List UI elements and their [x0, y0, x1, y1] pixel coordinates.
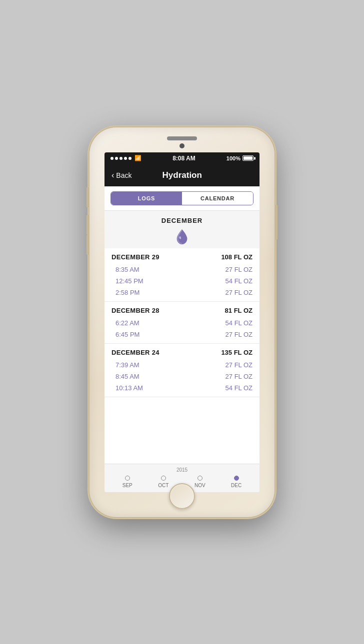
log-time: 6:45 PM	[116, 331, 140, 338]
log-time: 8:35 AM	[116, 266, 140, 273]
timeline-month-sep[interactable]: SEP	[122, 476, 132, 488]
home-button[interactable]	[169, 483, 195, 509]
wifi-icon: 📶	[134, 155, 142, 161]
phone-screen: 📶 8:08 AM 100% ‹ Back Hydration LOGS CAL…	[104, 152, 260, 492]
timeline-month-nov[interactable]: NOV	[194, 476, 206, 488]
log-day-header: DECEMBER 28 81 FL OZ	[104, 302, 260, 317]
log-entry[interactable]: 6:45 PM 27 FL OZ	[104, 329, 260, 343]
battery-area: 100%	[226, 155, 254, 161]
log-amount: 54 FL OZ	[226, 277, 252, 285]
timeline-year: 2015	[110, 467, 254, 473]
segmented-control-container: LOGS CALENDAR	[110, 191, 254, 205]
phone-top-area	[90, 136, 274, 148]
log-time: 12:45 PM	[116, 277, 144, 285]
timeline-dot-dec	[234, 476, 239, 481]
timeline-month-label: NOV	[194, 483, 206, 488]
log-day-total: 135 FL OZ	[221, 349, 252, 356]
phone-camera	[180, 143, 184, 148]
log-entry[interactable]: 8:45 AM 27 FL OZ	[104, 371, 260, 382]
log-amount: 27 FL OZ	[226, 331, 252, 338]
log-amount: 27 FL OZ	[226, 266, 252, 273]
timeline-dot-oct	[161, 476, 166, 481]
log-entry[interactable]: 12:45 PM 54 FL OZ	[104, 275, 260, 287]
tab-logs[interactable]: LOGS	[111, 192, 182, 205]
log-entry[interactable]: 7:39 AM 27 FL OZ	[104, 359, 260, 371]
log-day-section: DECEMBER 28 81 FL OZ 6:22 AM 54 FL OZ 6:…	[104, 302, 260, 344]
log-entry[interactable]: 2:58 PM 27 FL OZ	[104, 287, 260, 301]
signal-dot	[120, 157, 122, 160]
log-day-name: DECEMBER 28	[112, 307, 160, 314]
phone-speaker	[167, 136, 197, 140]
log-day-header: DECEMBER 24 135 FL OZ	[104, 344, 260, 359]
log-day-header: DECEMBER 29 108 FL OZ	[104, 248, 260, 264]
signal-area: 📶	[110, 155, 142, 161]
log-day-name: DECEMBER 29	[112, 253, 160, 261]
timeline-month-oct[interactable]: OCT	[158, 476, 168, 488]
log-day-section: DECEMBER 24 135 FL OZ 7:39 AM 27 FL OZ 8…	[104, 344, 260, 397]
timeline-month-label: DEC	[231, 483, 242, 488]
status-time: 8:08 AM	[172, 155, 196, 162]
month-header: DECEMBER	[104, 211, 260, 248]
timeline-dot-nov	[198, 476, 202, 481]
signal-dot	[115, 157, 118, 160]
chevron-left-icon: ‹	[112, 171, 114, 180]
battery-percent: 100%	[226, 155, 240, 161]
tab-calendar[interactable]: CALENDAR	[182, 192, 253, 205]
log-entry[interactable]: 6:22 AM 54 FL OZ	[104, 317, 260, 329]
log-entry[interactable]: 10:13 AM 54 FL OZ	[104, 382, 260, 397]
log-list: DECEMBER 29 108 FL OZ 8:35 AM 27 FL OZ 1…	[104, 248, 260, 464]
log-amount: 27 FL OZ	[226, 373, 252, 380]
timeline-month-dec[interactable]: DEC	[231, 476, 242, 488]
timeline-dot-sep	[125, 476, 130, 481]
log-day-name: DECEMBER 24	[112, 349, 160, 356]
signal-dot	[124, 157, 127, 160]
log-day-section: DECEMBER 29 108 FL OZ 8:35 AM 27 FL OZ 1…	[104, 248, 260, 302]
timeline-month-label: OCT	[158, 483, 168, 488]
log-time: 2:58 PM	[116, 289, 140, 296]
month-label: DECEMBER	[162, 217, 202, 224]
timeline-month-label: SEP	[122, 483, 132, 488]
nav-title: Hydration	[132, 170, 232, 180]
log-day-total: 108 FL OZ	[221, 253, 252, 261]
tab-bar: LOGS CALENDAR	[104, 186, 260, 211]
log-amount: 54 FL OZ	[226, 319, 252, 327]
log-amount: 54 FL OZ	[226, 384, 252, 392]
status-bar: 📶 8:08 AM 100%	[104, 152, 260, 164]
log-time: 6:22 AM	[116, 319, 140, 327]
log-amount: 27 FL OZ	[226, 361, 252, 369]
signal-dot	[110, 157, 114, 160]
back-label[interactable]: Back	[116, 171, 132, 179]
log-time: 10:13 AM	[116, 384, 143, 392]
log-time: 7:39 AM	[116, 361, 140, 369]
log-amount: 27 FL OZ	[226, 289, 252, 296]
battery-fill	[244, 156, 252, 160]
signal-dot	[128, 157, 132, 160]
nav-bar: ‹ Back Hydration	[104, 164, 260, 186]
phone-frame: 📶 8:08 AM 100% ‹ Back Hydration LOGS CAL…	[90, 127, 274, 517]
back-button[interactable]: ‹ Back	[112, 171, 132, 180]
hydration-drop-icon	[175, 228, 189, 244]
log-entry[interactable]: 8:35 AM 27 FL OZ	[104, 264, 260, 275]
log-day-total: 81 FL OZ	[225, 307, 252, 314]
log-time: 8:45 AM	[116, 373, 140, 380]
battery-icon	[242, 155, 254, 161]
